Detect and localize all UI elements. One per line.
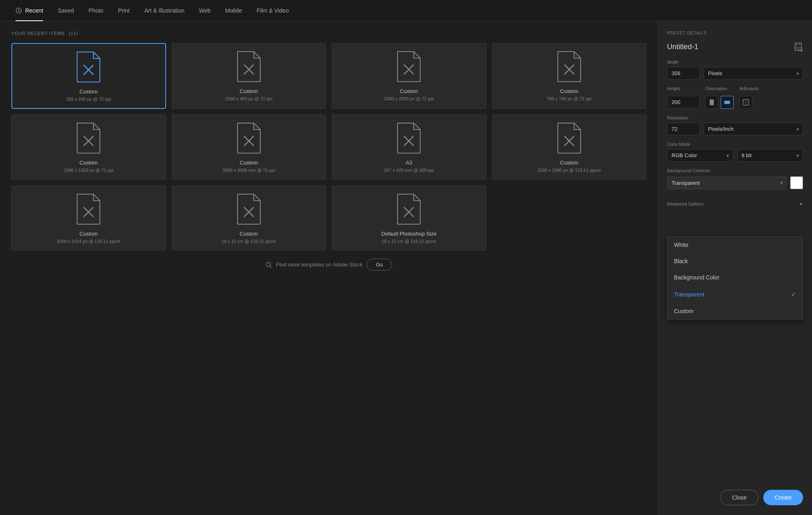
template-card-4[interactable]: Custom1080 x 1920 px @ 72 ppi bbox=[11, 115, 166, 180]
dropdown-item-label-4: Custom bbox=[674, 308, 693, 314]
clock-icon bbox=[15, 7, 22, 14]
bg-contents-dropdown: WhiteBlackBackground ColorTransparent✓Cu… bbox=[667, 236, 803, 320]
file-icon-1 bbox=[236, 51, 262, 82]
height-orientation-row: Height Orientation bbox=[667, 86, 803, 109]
card-size-10: 16 x 12 cm @ 118,11 ppcm bbox=[382, 238, 436, 245]
file-icon-3 bbox=[556, 51, 582, 82]
nav-item-mobile[interactable]: Mobile bbox=[218, 0, 249, 21]
landscape-button[interactable] bbox=[721, 96, 734, 109]
template-card-0[interactable]: Custom356 x 200 px @ 72 ppi bbox=[11, 43, 166, 109]
resolution-group: Resolution Pixels/Inch Pixels/Centimeter… bbox=[667, 115, 803, 135]
file-icon-5 bbox=[236, 122, 262, 154]
bottom-buttons: Close Create bbox=[667, 482, 803, 505]
template-card-1[interactable]: Custom1590 x 400 px @ 72 ppi bbox=[172, 43, 326, 109]
left-panel: YOUR RECENT ITEMS (11) Custom356 x 200 p… bbox=[0, 21, 658, 515]
nav-item-recent[interactable]: Recent bbox=[8, 0, 50, 21]
nav-item-web[interactable]: Web bbox=[192, 0, 218, 21]
svg-point-25 bbox=[266, 262, 270, 266]
height-group: Height bbox=[667, 86, 700, 109]
card-size-2: 2000 x 2000 px @ 72 ppi bbox=[384, 96, 434, 102]
card-name-3: Custom bbox=[560, 88, 578, 94]
template-card-2[interactable]: Custom2000 x 2000 px @ 72 ppi bbox=[332, 43, 486, 109]
nav-label-saved: Saved bbox=[58, 7, 74, 14]
orientation-group: Orientation bbox=[705, 86, 734, 109]
file-icon-4 bbox=[76, 122, 102, 154]
file-icon-8 bbox=[76, 193, 102, 225]
preset-name: Untitled-1 bbox=[667, 43, 698, 51]
dropdown-item-1[interactable]: Black bbox=[667, 253, 803, 269]
nav-label-photo: Photo bbox=[89, 7, 104, 14]
close-button[interactable]: Close bbox=[720, 490, 758, 505]
artboards-group: Artboards bbox=[739, 86, 759, 109]
card-size-3: 700 x 700 px @ 72 ppi bbox=[547, 96, 592, 102]
template-card-7[interactable]: Custom2000 x 2000 px @ 118,11 ppcm bbox=[492, 115, 647, 180]
card-name-8: Custom bbox=[80, 231, 98, 237]
save-icon[interactable] bbox=[793, 42, 803, 52]
resolution-unit-select-wrap: Pixels/Inch Pixels/Centimeter ▼ bbox=[704, 123, 803, 135]
card-name-10: Default Photoshop Size bbox=[381, 231, 436, 237]
color-mode-label: Color Mode bbox=[667, 142, 803, 147]
card-name-9: Custom bbox=[240, 231, 258, 237]
nav-item-photo[interactable]: Photo bbox=[81, 0, 111, 21]
template-card-6[interactable]: A3297 x 420 mm @ 300 ppi bbox=[332, 115, 486, 180]
nav-item-film[interactable]: Film & Video bbox=[249, 0, 296, 21]
dropdown-item-label-0: White bbox=[674, 242, 689, 248]
svg-line-26 bbox=[270, 266, 272, 268]
portrait-button[interactable] bbox=[705, 96, 718, 109]
template-card-9[interactable]: Custom16 x 12 cm @ 118,11 ppcm bbox=[172, 186, 326, 251]
dropdown-item-3[interactable]: Transparent✓ bbox=[667, 286, 803, 303]
go-button[interactable]: Go bbox=[367, 259, 392, 270]
nav-item-saved[interactable]: Saved bbox=[50, 0, 81, 21]
dropdown-item-2[interactable]: Background Color bbox=[667, 269, 803, 286]
width-input[interactable] bbox=[667, 67, 700, 80]
right-panel: PRESET DETAILS Untitled-1 Width bbox=[658, 21, 812, 515]
svg-rect-33 bbox=[724, 101, 730, 104]
color-mode-select[interactable]: RGB Color Bitmap Grayscale CMYK Color La… bbox=[667, 149, 733, 162]
color-mode-select-wrap: RGB Color Bitmap Grayscale CMYK Color La… bbox=[667, 149, 733, 162]
top-nav: Recent Saved Photo Print Art & Illustrat… bbox=[0, 0, 812, 21]
template-card-10[interactable]: Default Photoshop Size16 x 12 cm @ 118,1… bbox=[332, 186, 486, 251]
file-icon-9 bbox=[236, 193, 262, 225]
advanced-chevron-icon: ▼ bbox=[799, 202, 803, 206]
card-name-4: Custom bbox=[80, 160, 98, 166]
card-name-5: Custom bbox=[240, 160, 258, 166]
bg-contents-select[interactable]: Transparent White Black Background Color… bbox=[667, 177, 787, 189]
nav-label-print: Print bbox=[118, 7, 130, 14]
artboard-button[interactable] bbox=[739, 96, 752, 109]
svg-rect-32 bbox=[710, 100, 714, 105]
bit-depth-select-wrap: 8 bit 16 bit 32 bit ▼ bbox=[737, 149, 803, 162]
card-size-8: 1500 x 1414 px @ 118,11 ppcm bbox=[57, 238, 120, 245]
dropdown-item-0[interactable]: White bbox=[667, 237, 803, 253]
advanced-options-row[interactable]: Advanced Options ▼ bbox=[667, 201, 803, 206]
nav-item-print[interactable]: Print bbox=[111, 0, 137, 21]
dropdown-item-4[interactable]: Custom bbox=[667, 303, 803, 319]
bg-contents-group: Background Contents Transparent White Bl… bbox=[667, 168, 803, 189]
nav-item-art[interactable]: Art & Illustration bbox=[137, 0, 192, 21]
file-icon-10 bbox=[396, 193, 422, 225]
template-card-5[interactable]: Custom3000 x 2000 mm @ 72 ppi bbox=[172, 115, 326, 180]
dropdown-item-label-3: Transparent bbox=[674, 291, 704, 298]
svg-line-2 bbox=[19, 11, 20, 11]
orientation-buttons bbox=[705, 96, 734, 109]
card-size-6: 297 x 420 mm @ 300 ppi bbox=[384, 167, 434, 173]
create-button[interactable]: Create bbox=[763, 490, 803, 505]
template-card-3[interactable]: Custom700 x 700 px @ 72 ppi bbox=[492, 43, 647, 109]
bg-color-swatch[interactable] bbox=[790, 176, 803, 189]
search-placeholder: Find more templates on Adobe Stock bbox=[276, 262, 363, 268]
card-name-7: Custom bbox=[560, 160, 578, 166]
resolution-unit-select[interactable]: Pixels/Inch Pixels/Centimeter bbox=[704, 123, 803, 135]
file-icon-7 bbox=[556, 122, 582, 154]
width-unit-select-wrap: Pixels Inches Centimeters Millimeters Po… bbox=[704, 67, 803, 80]
file-icon-0 bbox=[76, 51, 102, 83]
height-input[interactable] bbox=[667, 96, 700, 108]
card-size-9: 16 x 12 cm @ 118,11 ppcm bbox=[221, 238, 276, 245]
template-card-8[interactable]: Custom1500 x 1414 px @ 118,11 ppcm bbox=[11, 186, 166, 251]
width-unit-select[interactable]: Pixels Inches Centimeters Millimeters Po… bbox=[704, 67, 803, 80]
preset-details-title: PRESET DETAILS bbox=[667, 31, 803, 35]
card-name-1: Custom bbox=[240, 88, 258, 94]
bg-contents-select-wrap: Transparent White Black Background Color… bbox=[667, 177, 787, 189]
checkmark-icon-3: ✓ bbox=[791, 290, 796, 298]
bit-depth-select[interactable]: 8 bit 16 bit 32 bit bbox=[737, 149, 803, 162]
card-name-6: A3 bbox=[406, 160, 412, 166]
resolution-input[interactable] bbox=[667, 123, 700, 135]
